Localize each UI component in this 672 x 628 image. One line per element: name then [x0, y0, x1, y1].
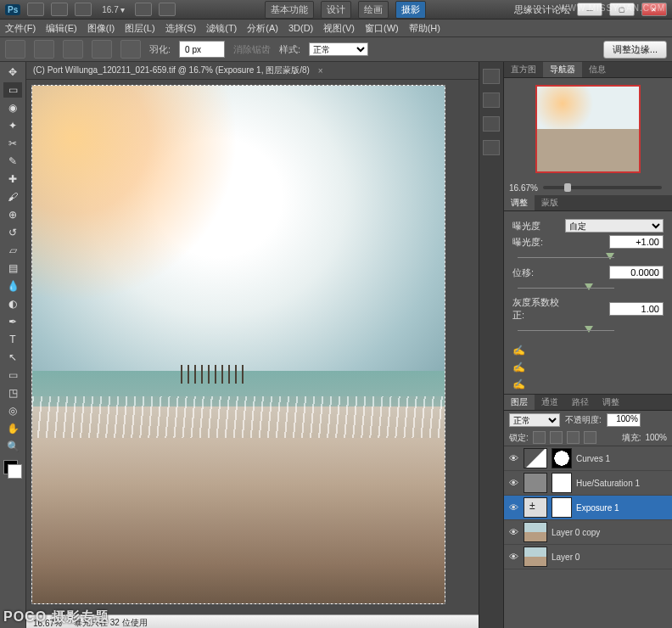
visibility-icon[interactable]: 👁	[507, 477, 519, 489]
gradient-tool[interactable]: ▤	[3, 261, 22, 276]
menu-item[interactable]: 窗口(W)	[365, 22, 399, 35]
stamp-tool[interactable]: ⊕	[3, 207, 22, 222]
collapsed-panel-icon[interactable]	[483, 140, 500, 155]
menu-item[interactable]: 图层(L)	[125, 22, 154, 35]
layer-thumb[interactable]	[524, 448, 547, 468]
layer-mask-thumb[interactable]	[552, 497, 572, 518]
wand-tool[interactable]: ✦	[3, 118, 22, 133]
fill-value[interactable]: 100%	[645, 433, 667, 442]
layer-row[interactable]: 👁Curves 1	[504, 446, 672, 471]
shape-tool[interactable]: ▭	[3, 367, 22, 383]
collapsed-panel-icon[interactable]	[483, 93, 500, 108]
lock-all-icon[interactable]	[584, 431, 596, 444]
panel-tab[interactable]: 导航器	[543, 62, 582, 77]
history-brush-tool[interactable]: ↺	[3, 225, 22, 240]
lock-trans-icon[interactable]	[533, 431, 546, 444]
zoom-selector[interactable]: 16.7 ▾	[98, 5, 128, 14]
navigator-preview[interactable]	[504, 78, 672, 180]
selmode-new-icon[interactable]	[34, 40, 54, 59]
layer-row[interactable]: 👁Exposure 1	[504, 496, 672, 520]
marquee-tool[interactable]: ▭	[3, 82, 22, 98]
canvas-area[interactable]: WWW.MISSYUAN.COM	[26, 80, 479, 614]
minibridge-icon[interactable]	[51, 3, 68, 16]
navigator-slider[interactable]	[543, 186, 662, 189]
lock-pos-icon[interactable]	[567, 431, 580, 444]
opacity-value[interactable]: 100%	[607, 413, 641, 427]
hand-tool[interactable]: ✋	[3, 421, 22, 436]
panel-tab[interactable]: 蒙版	[535, 195, 565, 210]
panel-tab[interactable]: 调整	[596, 395, 626, 410]
layer-row[interactable]: 👁Hue/Saturation 1	[504, 471, 672, 496]
menu-item[interactable]: 选择(S)	[165, 22, 197, 35]
blur-tool[interactable]: 💧	[3, 278, 22, 294]
panel-tab[interactable]: 直方图	[504, 62, 543, 77]
style-select[interactable]: 正常	[309, 42, 368, 56]
selmode-add-icon[interactable]	[63, 40, 83, 59]
collapsed-panel-icon[interactable]	[483, 116, 500, 132]
move-tool[interactable]: ✥	[3, 64, 22, 80]
path-tool[interactable]: ↖	[3, 350, 22, 365]
workspace-button[interactable]: 设计	[321, 1, 351, 19]
visibility-icon[interactable]: 👁	[507, 502, 519, 513]
color-swatches[interactable]	[3, 460, 22, 479]
panel-tab[interactable]: 调整	[504, 195, 535, 210]
black-eyedropper-icon[interactable]: ✍	[512, 345, 664, 356]
menu-item[interactable]: 滤镜(T)	[206, 22, 237, 35]
adjust-value[interactable]: +1.00	[609, 235, 664, 249]
layer-mask-thumb[interactable]	[552, 473, 572, 493]
adjust-slider[interactable]	[512, 251, 664, 263]
menu-item[interactable]: 分析(A)	[247, 22, 278, 35]
panel-tab[interactable]: 路径	[565, 395, 596, 410]
panel-tab[interactable]: 信息	[582, 62, 613, 77]
pen-tool[interactable]: ✒	[3, 314, 22, 329]
panel-tab[interactable]: 图层	[504, 395, 535, 410]
adjust-slider[interactable]	[512, 282, 664, 294]
blend-mode-select[interactable]: 正常	[509, 413, 560, 427]
arrange-icon[interactable]	[159, 3, 176, 16]
tab-close-icon[interactable]: ×	[318, 66, 323, 76]
preset-select[interactable]: 自定	[565, 219, 664, 233]
layer-thumb[interactable]	[524, 522, 547, 542]
screenmode-icon[interactable]	[75, 3, 92, 16]
white-eyedropper-icon[interactable]: ✍	[512, 378, 664, 390]
workspace-button[interactable]: 绘画	[358, 1, 389, 19]
healing-tool[interactable]: ✚	[3, 171, 22, 187]
menu-item[interactable]: 3D(D)	[288, 23, 313, 33]
selmode-int-icon[interactable]	[120, 40, 141, 59]
crop-tool[interactable]: ✂	[3, 136, 22, 151]
menu-item[interactable]: 图像(I)	[87, 22, 115, 35]
menu-item[interactable]: 帮助(H)	[409, 22, 440, 35]
layer-thumb[interactable]	[524, 547, 547, 567]
feather-input[interactable]	[179, 41, 225, 58]
layer-thumb[interactable]	[524, 473, 547, 493]
eyedropper-tool[interactable]: ✎	[3, 154, 22, 169]
adjust-slider[interactable]	[512, 324, 664, 336]
3d-tool[interactable]: ◳	[3, 385, 22, 401]
visibility-icon[interactable]: 👁	[507, 452, 519, 464]
zoom-tool[interactable]: 🔍	[3, 439, 22, 454]
visibility-icon[interactable]: 👁	[507, 526, 519, 538]
menu-item[interactable]: 编辑(E)	[46, 22, 77, 35]
eraser-tool[interactable]: ▱	[3, 243, 22, 258]
selmode-sub-icon[interactable]	[92, 40, 112, 59]
adjust-value[interactable]: 1.00	[609, 302, 664, 316]
menu-item[interactable]: 文件(F)	[5, 22, 36, 35]
hand-icon[interactable]	[135, 3, 152, 16]
canvas[interactable]: WWW.MISSYUAN.COM	[31, 85, 445, 604]
lock-pixels-icon[interactable]	[550, 431, 563, 444]
adjust-value[interactable]: 0.0000	[609, 266, 664, 279]
collapsed-panel-icon[interactable]	[483, 69, 500, 84]
workspace-button[interactable]: 摄影	[395, 1, 426, 19]
layer-row[interactable]: 👁Layer 0 copy	[504, 520, 672, 545]
gray-eyedropper-icon[interactable]: ✍	[512, 362, 664, 373]
visibility-icon[interactable]: 👁	[507, 551, 519, 563]
marquee-tool-icon[interactable]	[5, 40, 25, 59]
layer-mask-thumb[interactable]	[552, 448, 572, 468]
layer-row[interactable]: 👁Layer 0	[504, 545, 672, 569]
workspace-button[interactable]: 基本功能	[265, 1, 314, 19]
panel-tab[interactable]: 通道	[535, 395, 565, 410]
menu-item[interactable]: 视图(V)	[323, 22, 355, 35]
bridge-icon[interactable]	[27, 3, 44, 16]
document-tab[interactable]: (C) Port Willunga_120211_021-659.tif @ 1…	[26, 62, 479, 80]
camera-tool[interactable]: ◎	[3, 403, 22, 418]
